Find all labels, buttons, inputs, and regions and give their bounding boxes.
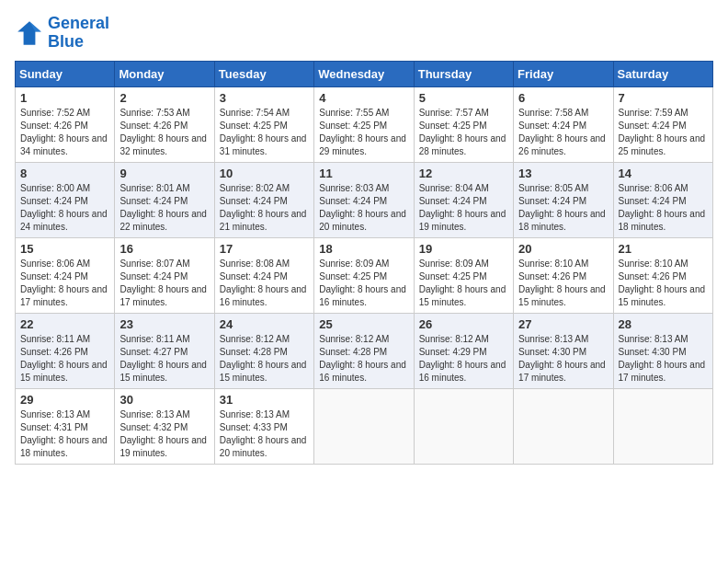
day-number: 23 <box>119 317 209 331</box>
calendar-week-row: 29Sunrise: 8:13 AMSunset: 4:31 PMDayligh… <box>16 388 713 464</box>
day-info: Sunrise: 8:01 AMSunset: 4:24 PMDaylight:… <box>119 182 209 234</box>
day-number: 10 <box>220 167 309 180</box>
calendar-cell: 4Sunrise: 7:55 AMSunset: 4:25 PMDaylight… <box>314 86 414 162</box>
day-info: Sunrise: 8:06 AMSunset: 4:24 PMDaylight:… <box>619 182 708 234</box>
day-number: 11 <box>319 167 408 180</box>
calendar-cell: 21Sunrise: 8:10 AMSunset: 4:26 PMDayligh… <box>613 237 712 313</box>
day-info: Sunrise: 8:06 AMSunset: 4:24 PMDaylight:… <box>20 258 109 309</box>
day-info: Sunrise: 8:13 AMSunset: 4:30 PMDaylight:… <box>518 333 608 385</box>
logo-text: General Blue <box>48 15 109 52</box>
calendar-cell: 16Sunrise: 8:07 AMSunset: 4:24 PMDayligh… <box>115 237 214 313</box>
calendar-cell: 5Sunrise: 7:57 AMSunset: 4:25 PMDaylight… <box>414 86 513 162</box>
day-number: 24 <box>220 317 309 331</box>
calendar-cell: 31Sunrise: 8:13 AMSunset: 4:33 PMDayligh… <box>214 388 313 464</box>
day-info: Sunrise: 8:12 AMSunset: 4:29 PMDaylight:… <box>419 333 508 385</box>
col-header-sunday: Sunday <box>16 61 115 86</box>
day-info: Sunrise: 8:11 AMSunset: 4:26 PMDaylight:… <box>20 333 109 385</box>
day-number: 9 <box>119 167 209 180</box>
calendar-cell: 24Sunrise: 8:12 AMSunset: 4:28 PMDayligh… <box>214 313 313 388</box>
logo-icon <box>15 18 44 48</box>
day-number: 22 <box>20 317 109 331</box>
calendar-cell: 8Sunrise: 8:00 AMSunset: 4:24 PMDaylight… <box>16 162 115 237</box>
day-info: Sunrise: 8:00 AMSunset: 4:24 PMDaylight:… <box>20 182 109 234</box>
day-info: Sunrise: 7:52 AMSunset: 4:26 PMDaylight:… <box>20 107 109 158</box>
day-number: 13 <box>518 167 608 180</box>
calendar-cell: 26Sunrise: 8:12 AMSunset: 4:29 PMDayligh… <box>414 313 513 388</box>
page-header: General Blue <box>15 15 713 52</box>
calendar-cell: 2Sunrise: 7:53 AMSunset: 4:26 PMDaylight… <box>115 86 214 162</box>
day-info: Sunrise: 7:57 AMSunset: 4:25 PMDaylight:… <box>419 107 508 158</box>
calendar-week-row: 8Sunrise: 8:00 AMSunset: 4:24 PMDaylight… <box>16 162 713 237</box>
col-header-thursday: Thursday <box>414 61 513 86</box>
calendar-cell <box>414 388 513 464</box>
day-number: 14 <box>619 167 708 180</box>
day-info: Sunrise: 7:59 AMSunset: 4:24 PMDaylight:… <box>619 107 708 158</box>
day-info: Sunrise: 8:07 AMSunset: 4:24 PMDaylight:… <box>119 258 209 309</box>
calendar-cell: 3Sunrise: 7:54 AMSunset: 4:25 PMDaylight… <box>214 86 313 162</box>
calendar-cell: 18Sunrise: 8:09 AMSunset: 4:25 PMDayligh… <box>314 237 414 313</box>
day-info: Sunrise: 7:53 AMSunset: 4:26 PMDaylight:… <box>119 107 209 158</box>
calendar-cell: 19Sunrise: 8:09 AMSunset: 4:25 PMDayligh… <box>414 237 513 313</box>
day-info: Sunrise: 8:10 AMSunset: 4:26 PMDaylight:… <box>619 258 708 309</box>
day-number: 5 <box>419 91 508 105</box>
calendar-cell: 28Sunrise: 8:13 AMSunset: 4:30 PMDayligh… <box>613 313 712 388</box>
day-number: 12 <box>419 167 508 180</box>
day-info: Sunrise: 8:12 AMSunset: 4:28 PMDaylight:… <box>319 333 408 385</box>
day-info: Sunrise: 8:02 AMSunset: 4:24 PMDaylight:… <box>220 182 309 234</box>
day-number: 2 <box>119 91 209 105</box>
day-info: Sunrise: 8:12 AMSunset: 4:28 PMDaylight:… <box>220 333 309 385</box>
col-header-monday: Monday <box>115 61 214 86</box>
day-number: 30 <box>119 393 209 407</box>
day-info: Sunrise: 7:54 AMSunset: 4:25 PMDaylight:… <box>220 107 309 158</box>
day-number: 6 <box>518 91 608 105</box>
calendar-cell: 10Sunrise: 8:02 AMSunset: 4:24 PMDayligh… <box>214 162 313 237</box>
day-info: Sunrise: 8:13 AMSunset: 4:30 PMDaylight:… <box>619 333 708 385</box>
day-info: Sunrise: 7:58 AMSunset: 4:24 PMDaylight:… <box>518 107 608 158</box>
day-number: 19 <box>419 242 508 256</box>
day-number: 28 <box>619 317 708 331</box>
calendar-cell: 13Sunrise: 8:05 AMSunset: 4:24 PMDayligh… <box>514 162 613 237</box>
day-info: Sunrise: 7:55 AMSunset: 4:25 PMDaylight:… <box>319 107 408 158</box>
calendar-cell: 7Sunrise: 7:59 AMSunset: 4:24 PMDaylight… <box>613 86 712 162</box>
logo: General Blue <box>15 15 109 52</box>
day-number: 3 <box>220 91 309 105</box>
day-info: Sunrise: 8:10 AMSunset: 4:26 PMDaylight:… <box>518 258 608 309</box>
day-number: 17 <box>220 242 309 256</box>
calendar-cell: 11Sunrise: 8:03 AMSunset: 4:24 PMDayligh… <box>314 162 414 237</box>
calendar-cell <box>613 388 712 464</box>
day-info: Sunrise: 8:03 AMSunset: 4:24 PMDaylight:… <box>319 182 408 234</box>
calendar-week-row: 22Sunrise: 8:11 AMSunset: 4:26 PMDayligh… <box>16 313 713 388</box>
calendar-cell: 27Sunrise: 8:13 AMSunset: 4:30 PMDayligh… <box>514 313 613 388</box>
day-info: Sunrise: 8:13 AMSunset: 4:33 PMDaylight:… <box>220 408 309 460</box>
day-number: 21 <box>619 242 708 256</box>
day-info: Sunrise: 8:09 AMSunset: 4:25 PMDaylight:… <box>419 258 508 309</box>
day-number: 27 <box>518 317 608 331</box>
calendar-cell: 6Sunrise: 7:58 AMSunset: 4:24 PMDaylight… <box>514 86 613 162</box>
calendar-cell: 12Sunrise: 8:04 AMSunset: 4:24 PMDayligh… <box>414 162 513 237</box>
col-header-saturday: Saturday <box>613 61 712 86</box>
col-header-tuesday: Tuesday <box>214 61 313 86</box>
day-info: Sunrise: 8:05 AMSunset: 4:24 PMDaylight:… <box>518 182 608 234</box>
day-info: Sunrise: 8:08 AMSunset: 4:24 PMDaylight:… <box>220 258 309 309</box>
col-header-wednesday: Wednesday <box>314 61 414 86</box>
day-number: 1 <box>20 91 109 105</box>
calendar-cell <box>514 388 613 464</box>
day-number: 16 <box>119 242 209 256</box>
calendar-cell: 30Sunrise: 8:13 AMSunset: 4:32 PMDayligh… <box>115 388 214 464</box>
day-number: 8 <box>20 167 109 180</box>
day-number: 29 <box>20 393 109 407</box>
calendar-header-row: SundayMondayTuesdayWednesdayThursdayFrid… <box>16 61 713 86</box>
day-info: Sunrise: 8:11 AMSunset: 4:27 PMDaylight:… <box>119 333 209 385</box>
svg-marker-0 <box>17 21 41 45</box>
day-info: Sunrise: 8:04 AMSunset: 4:24 PMDaylight:… <box>419 182 508 234</box>
calendar-cell: 29Sunrise: 8:13 AMSunset: 4:31 PMDayligh… <box>16 388 115 464</box>
calendar-cell: 17Sunrise: 8:08 AMSunset: 4:24 PMDayligh… <box>214 237 313 313</box>
calendar-cell: 20Sunrise: 8:10 AMSunset: 4:26 PMDayligh… <box>514 237 613 313</box>
calendar-week-row: 15Sunrise: 8:06 AMSunset: 4:24 PMDayligh… <box>16 237 713 313</box>
calendar-cell: 22Sunrise: 8:11 AMSunset: 4:26 PMDayligh… <box>16 313 115 388</box>
day-info: Sunrise: 8:13 AMSunset: 4:32 PMDaylight:… <box>119 408 209 460</box>
day-info: Sunrise: 8:09 AMSunset: 4:25 PMDaylight:… <box>319 258 408 309</box>
day-number: 26 <box>419 317 508 331</box>
calendar-cell: 15Sunrise: 8:06 AMSunset: 4:24 PMDayligh… <box>16 237 115 313</box>
calendar-table: SundayMondayTuesdayWednesdayThursdayFrid… <box>15 61 713 465</box>
